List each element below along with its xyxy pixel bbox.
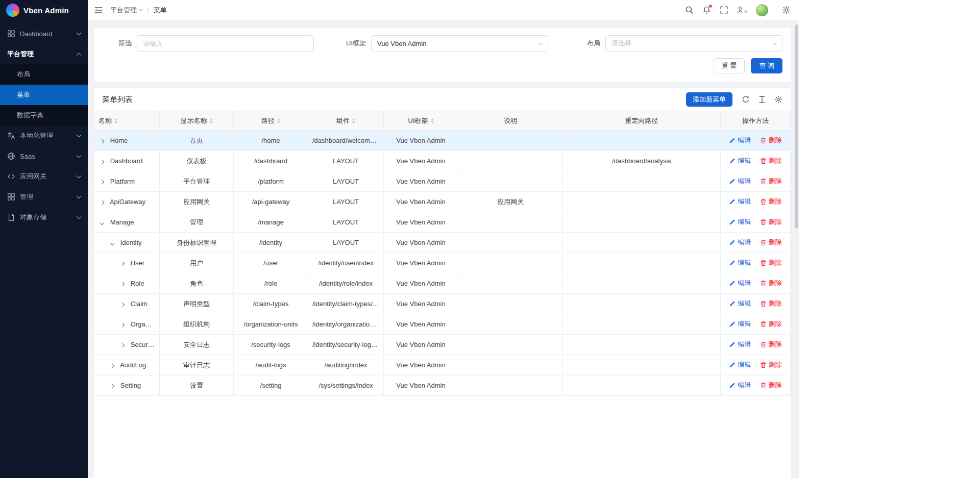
sidebar-item-data-dictionary[interactable]: 数据字典 <box>0 105 88 125</box>
table-row[interactable]: User 用户 /user /identity/user/index Vue V… <box>94 253 791 273</box>
delete-button[interactable]: 删除 <box>760 136 782 145</box>
avatar[interactable] <box>756 4 768 16</box>
sidebar-item-localization[interactable]: 本地化管理 <box>0 125 88 146</box>
expand-chevron-icon[interactable] <box>120 323 125 327</box>
edit-button[interactable]: 编辑 <box>729 136 751 145</box>
expand-chevron-icon[interactable] <box>100 160 104 164</box>
sidebar-item-api-gateway[interactable]: 应用网关 <box>0 166 88 187</box>
expand-chevron-icon[interactable] <box>120 343 125 347</box>
expand-chevron-icon[interactable] <box>110 241 114 245</box>
delete-button[interactable]: 删除 <box>760 258 782 267</box>
search-icon[interactable] <box>685 6 694 14</box>
delete-button[interactable]: 删除 <box>760 340 782 349</box>
table-row[interactable]: Dashboard 仪表板 /dashboard LAYOUT Vue Vben… <box>94 151 791 171</box>
expand-chevron-icon[interactable] <box>120 262 125 266</box>
keyword-input[interactable] <box>137 35 314 52</box>
edit-button[interactable]: 编辑 <box>729 381 751 390</box>
edit-button[interactable]: 编辑 <box>729 156 751 165</box>
delete-button[interactable]: 删除 <box>760 299 782 308</box>
table-row[interactable]: Setting 设置 /setting /sys/settings/index … <box>94 375 791 396</box>
component-cell: /identity/role/index <box>308 273 384 294</box>
notification-bell-icon[interactable] <box>702 6 711 14</box>
refresh-icon[interactable] <box>742 95 750 104</box>
edit-button[interactable]: 编辑 <box>729 177 751 186</box>
table-row[interactable]: ApiGateway 应用网关 /api-gateway LAYOUT Vue … <box>94 192 791 212</box>
sidebar-item-platform[interactable]: 平台管理 <box>0 44 88 64</box>
table-row[interactable]: Home 首页 /home /dashboard/welcome/in... V… <box>94 131 791 151</box>
expand-chevron-icon[interactable] <box>100 180 104 184</box>
breadcrumb-platform[interactable]: 平台管理 <box>110 6 142 15</box>
sort-icon[interactable] <box>352 118 355 123</box>
table-row[interactable]: Platform 平台管理 /platform LAYOUT Vue Vben … <box>94 171 791 192</box>
menu-fold-icon[interactable] <box>94 6 103 15</box>
column-header[interactable]: 操作方法 <box>721 111 791 131</box>
sort-icon[interactable] <box>114 118 117 123</box>
table-row[interactable]: Role 角色 /role /identity/role/index Vue V… <box>94 273 791 294</box>
row-height-icon[interactable] <box>758 95 766 104</box>
table-row[interactable]: AuditLog 审计日志 /audit-logs /auditing/inde… <box>94 355 791 375</box>
translate-icon[interactable]: 文A <box>737 6 747 14</box>
edit-button[interactable]: 编辑 <box>729 197 751 206</box>
edit-button[interactable]: 编辑 <box>729 299 751 308</box>
expand-chevron-icon[interactable] <box>120 303 125 307</box>
gateway-icon <box>7 172 15 181</box>
component-cell: /identity/organization-u... <box>308 314 384 335</box>
sidebar-item-layout[interactable]: 布局 <box>0 64 88 85</box>
expand-chevron-icon[interactable] <box>120 282 125 286</box>
edit-button[interactable]: 编辑 <box>729 238 751 247</box>
expand-chevron-icon[interactable] <box>100 139 104 143</box>
table-row[interactable]: Claim 声明类型 /claim-types /identity/claim-… <box>94 294 791 314</box>
column-header[interactable]: UI框架 <box>384 111 458 131</box>
delete-button[interactable]: 删除 <box>760 360 782 369</box>
delete-button[interactable]: 删除 <box>760 319 782 329</box>
delete-button[interactable]: 删除 <box>760 238 782 247</box>
expand-chevron-icon[interactable] <box>110 364 114 368</box>
edit-button[interactable]: 编辑 <box>729 279 751 288</box>
chevron-down-icon <box>77 153 82 158</box>
layout-select[interactable]: 请选择 <box>605 35 782 52</box>
table-row[interactable]: Security... 安全日志 /security-logs /identit… <box>94 335 791 355</box>
sidebar-item-dashboard[interactable]: Dashboard <box>0 23 88 44</box>
sidebar-item-saas[interactable]: Saas <box>0 146 88 166</box>
scrollbar-thumb[interactable] <box>795 24 798 229</box>
ui-framework-select[interactable]: Vue Vben Admin <box>371 35 548 52</box>
expand-chevron-icon[interactable] <box>100 200 104 205</box>
delete-button[interactable]: 删除 <box>760 197 782 206</box>
column-header[interactable]: 路径 <box>234 111 308 131</box>
edit-button[interactable]: 编辑 <box>729 217 751 227</box>
table-row[interactable]: Manage 管理 /manage LAYOUT Vue Vben Admin <box>94 212 791 233</box>
delete-button[interactable]: 删除 <box>760 156 782 165</box>
sort-icon[interactable] <box>277 118 280 123</box>
delete-button[interactable]: 删除 <box>760 217 782 227</box>
sidebar-item-menu[interactable]: 菜单 <box>0 85 88 105</box>
sort-icon[interactable] <box>431 118 434 123</box>
search-button[interactable]: 查 询 <box>751 58 782 73</box>
edit-button[interactable]: 编辑 <box>729 319 751 329</box>
description-cell <box>458 273 563 294</box>
edit-button[interactable]: 编辑 <box>729 360 751 369</box>
add-menu-button[interactable]: 添加新菜单 <box>686 92 732 107</box>
expand-chevron-icon[interactable] <box>100 221 104 225</box>
logo[interactable]: Vben Admin <box>0 0 88 20</box>
fullscreen-icon[interactable] <box>720 6 728 14</box>
sidebar-item-object-storage[interactable]: 对象存储 <box>0 207 88 228</box>
sidebar-item-manage[interactable]: 管理 <box>0 187 88 207</box>
table-row[interactable]: Organiz... 组织机构 /organization-units /ide… <box>94 314 791 335</box>
table-row[interactable]: Identity 身份标识管理 /identity LAYOUT Vue Vbe… <box>94 233 791 253</box>
reset-button[interactable]: 重 置 <box>714 58 745 73</box>
column-header[interactable]: 组件 <box>308 111 384 131</box>
column-header[interactable]: 说明 <box>458 111 563 131</box>
edit-button[interactable]: 编辑 <box>729 340 751 349</box>
delete-button[interactable]: 删除 <box>760 381 782 390</box>
delete-button[interactable]: 删除 <box>760 177 782 186</box>
edit-button[interactable]: 编辑 <box>729 258 751 267</box>
column-header[interactable]: 重定向路径 <box>563 111 721 131</box>
table-settings-gear-icon[interactable] <box>774 95 782 104</box>
delete-button[interactable]: 删除 <box>760 279 782 288</box>
column-header[interactable]: 名称 <box>94 111 160 131</box>
sort-icon[interactable] <box>210 118 213 123</box>
expand-chevron-icon[interactable] <box>110 384 114 388</box>
settings-gear-icon[interactable] <box>782 6 791 14</box>
ui-framework-cell: Vue Vben Admin <box>384 233 458 253</box>
column-header[interactable]: 显示名称 <box>160 111 234 131</box>
